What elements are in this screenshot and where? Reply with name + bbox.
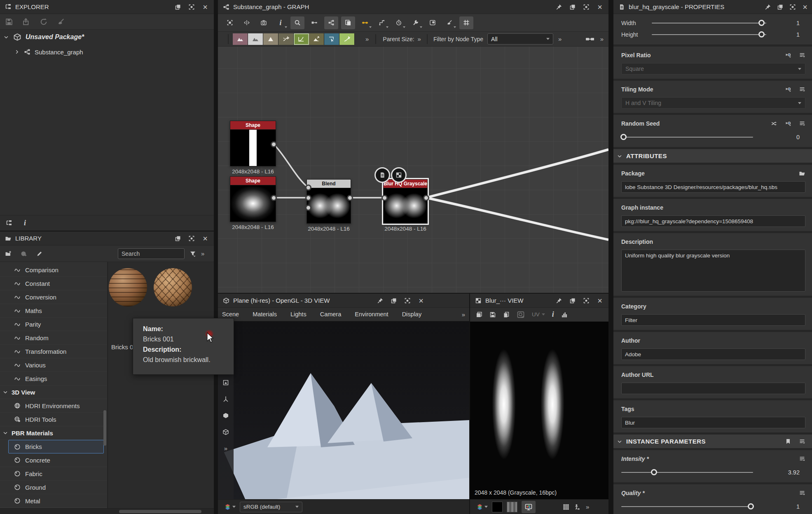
float-window-button[interactable] (174, 235, 182, 242)
material-thumbnail-bricks-005[interactable] (154, 268, 192, 306)
reload-icon[interactable] (40, 18, 48, 26)
tags-field[interactable]: Blur (621, 417, 805, 428)
instance-parameters-section-header[interactable]: INSTANCE PARAMETERS (613, 435, 812, 448)
package-field[interactable]: lobe Substance 3D Designer/resources/pac… (621, 181, 805, 193)
output-connector[interactable] (347, 195, 353, 201)
menu-camera[interactable]: Camera (320, 311, 350, 318)
height-slider[interactable] (652, 34, 766, 35)
colorspace-dropdown[interactable]: sRGB (default) (240, 502, 302, 512)
info-mode-button[interactable]: i (274, 16, 288, 29)
color-layers-icon[interactable] (477, 504, 488, 510)
library-item-concrete[interactable]: Concrete (0, 453, 107, 467)
close-icon[interactable]: × (801, 3, 809, 11)
maximize-button[interactable] (404, 297, 411, 304)
author-url-field[interactable] (621, 383, 805, 394)
library-section-3d-view[interactable]: 3D View (0, 386, 107, 399)
library-item-hdri-tools[interactable]: HDRI Tools (0, 413, 107, 426)
maximize-button[interactable] (789, 3, 796, 11)
save-icon[interactable] (5, 18, 13, 26)
parameter-menu-icon[interactable] (799, 490, 805, 496)
library-item-various[interactable]: Various (0, 358, 107, 372)
background-color-swatch[interactable] (492, 502, 503, 512)
strip-overflow-icon[interactable]: » (224, 445, 227, 452)
color-picker-button[interactable] (426, 16, 440, 29)
search-input[interactable] (118, 248, 185, 259)
input-connector[interactable] (381, 195, 388, 201)
parameter-menu-icon[interactable] (799, 86, 805, 93)
copy-image-icon[interactable] (503, 311, 510, 318)
width-slider[interactable] (652, 23, 766, 23)
more-icon[interactable]: » (558, 35, 562, 42)
color-layers-icon[interactable] (225, 504, 236, 510)
filter-chip-scatter-icon[interactable] (278, 33, 294, 45)
horizontal-scrollbar[interactable] (0, 508, 214, 514)
filter-chip-curve-icon[interactable] (294, 33, 309, 45)
output-connector[interactable] (271, 195, 277, 201)
parameter-menu-icon[interactable] (799, 438, 805, 445)
actual-size-button[interactable] (240, 16, 254, 29)
close-icon[interactable]: × (596, 297, 604, 304)
parameter-menu-icon[interactable] (799, 120, 805, 127)
parent-size-expand-icon[interactable]: » (418, 35, 421, 42)
random-seed-slider[interactable] (621, 137, 753, 138)
graph-instance-field[interactable]: pkg:///blur_hq_grayscale?dependency=1508… (621, 215, 805, 227)
filter-presets-icon[interactable] (21, 250, 27, 257)
tree-view-icon[interactable] (6, 220, 12, 227)
library-item-comparison[interactable]: Comparison (0, 263, 107, 277)
more-icon[interactable]: » (600, 35, 604, 42)
display-settings-button[interactable] (220, 376, 232, 389)
menu-materials[interactable]: Materials (253, 311, 285, 318)
parameter-menu-icon[interactable] (799, 52, 805, 58)
input-connector[interactable] (305, 195, 311, 201)
menu-lights[interactable]: Lights (290, 311, 315, 318)
edit-pencil-icon[interactable] (36, 250, 43, 257)
description-field[interactable]: Uniform high quality blur grayscale vers… (621, 250, 805, 292)
axis-widget-button[interactable] (220, 393, 232, 405)
node-blend[interactable]: Blend 2048x2048 - L16 (307, 179, 351, 224)
close-icon[interactable]: × (201, 3, 209, 11)
quality-slider[interactable] (621, 506, 753, 507)
node-type-dropdown[interactable]: All (487, 33, 553, 44)
intensity-slider[interactable] (621, 472, 753, 473)
fit-view-button[interactable] (223, 16, 237, 29)
uv-mode-dropdown[interactable]: UV (532, 311, 545, 318)
physical-size-icon[interactable] (573, 504, 580, 510)
author-field[interactable]: Adobe (621, 348, 805, 360)
tools-wrench-button[interactable] (409, 16, 423, 29)
close-icon[interactable]: × (417, 297, 425, 304)
close-icon[interactable]: × (596, 3, 604, 11)
add-folder-icon[interactable] (5, 250, 12, 257)
function-link-icon[interactable] (785, 86, 791, 93)
link-transform-button[interactable] (307, 16, 321, 29)
pin-icon[interactable] (764, 3, 772, 11)
export-icon[interactable] (22, 18, 30, 26)
background-image-icon[interactable] (517, 311, 525, 319)
maximize-button[interactable] (188, 235, 195, 242)
library-item-conversion[interactable]: Conversion (0, 290, 107, 304)
library-item-hdri-environments[interactable]: HDRI Environments (0, 399, 107, 413)
tree-item-package[interactable]: Unsaved Package* (0, 30, 214, 44)
search-button[interactable] (290, 16, 304, 29)
more-icon[interactable]: » (365, 35, 369, 42)
tiling-mode-dropdown[interactable]: H and V Tiling (621, 97, 805, 109)
float-window-button[interactable] (174, 3, 182, 11)
library-section-pbr-materials[interactable]: PBR Materials (0, 426, 107, 440)
filter-chip-grayscale-icon[interactable] (248, 33, 263, 45)
parameter-menu-icon[interactable] (799, 456, 805, 462)
maximize-button[interactable] (188, 3, 195, 11)
filter-chip-heightmap-icon[interactable] (263, 33, 278, 45)
pin-icon[interactable] (555, 3, 563, 11)
timings-button[interactable] (392, 16, 406, 29)
menu-display[interactable]: Display (402, 311, 431, 318)
library-item-random[interactable]: Random (0, 331, 107, 345)
maximize-button[interactable] (583, 3, 590, 11)
tile-grid-icon[interactable] (563, 504, 569, 510)
float-window-button[interactable] (569, 297, 576, 304)
new-view-icon[interactable] (476, 311, 482, 318)
save-image-icon[interactable] (489, 311, 496, 318)
layers-button[interactable] (341, 16, 355, 29)
view2d-canvas[interactable]: 2048 x 2048 (Grayscale, 16bpc) (470, 322, 608, 499)
library-item-constant[interactable]: Constant (0, 277, 107, 290)
geometry-cube-button[interactable] (220, 409, 232, 422)
node-shape-1[interactable]: Shape 2048x2048 - L16 (230, 121, 276, 166)
